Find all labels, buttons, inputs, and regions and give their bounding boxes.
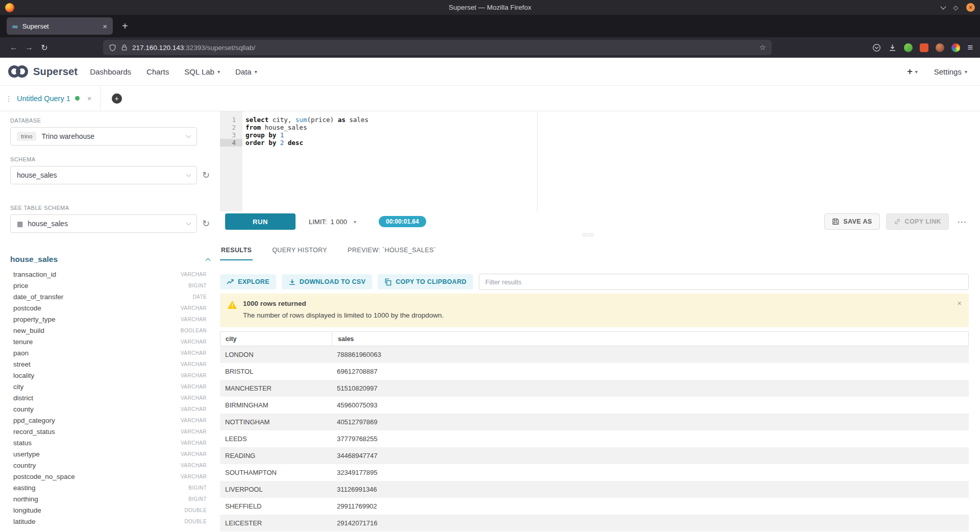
table-row[interactable]: READING34468947747 [220,447,969,464]
download-to-csv-button[interactable]: DOWNLOAD TO CSV [282,274,372,289]
sqllab-sidebar: DATABASE trino Trino warehouse SCHEMA ho… [0,111,220,532]
filter-results-input[interactable] [479,274,969,290]
column-row[interactable]: property_typeVARCHAR [13,313,207,325]
results-table-body: LONDON788861960063BRISTOL69612708887MANC… [220,346,969,531]
cell-sales: 788861960063 [331,351,969,358]
nav-item-data[interactable]: Data▾ [235,67,257,76]
url-bar[interactable]: 217.160.120.143:32393/superset/sqllab/ ☆ [103,40,772,55]
table-row[interactable]: NOTTINGHAM40512797869 [220,414,969,430]
column-row[interactable]: postcodeVARCHAR [13,302,207,313]
run-button[interactable]: RUN [225,213,296,230]
browser-tab[interactable]: ∞ Superset × [7,17,113,35]
window-close-icon[interactable]: × [966,3,975,12]
editor-code-area[interactable]: select city, sum(price) as salesfrom hou… [242,111,969,211]
table-row[interactable]: BRISTOL69612708887 [220,363,969,380]
collapse-chevron-icon[interactable] [206,258,211,263]
forward-button[interactable]: → [21,40,37,55]
downloads-icon[interactable] [888,43,897,52]
schema-select[interactable]: house_sales [10,166,197,184]
column-row[interactable]: paonVARCHAR [13,347,207,358]
more-options-button[interactable]: ⋯ [955,216,969,228]
explore-button[interactable]: EXPLORE [220,274,276,289]
window-maximize-icon[interactable]: ◇ [953,4,958,11]
tracking-protection-shield-icon[interactable] [109,44,116,52]
save-as-button[interactable]: SAVE AS [824,213,879,230]
column-row[interactable]: ppd_categoryVARCHAR [13,415,207,426]
table-select[interactable]: ▦ house_sales [10,214,197,233]
bookmark-star-icon[interactable]: ☆ [760,43,766,52]
column-row[interactable]: eastingBIGINT [13,482,207,493]
column-header-city[interactable]: city [220,332,332,346]
table-row[interactable]: MANCHESTER51510820997 [220,380,969,397]
alert-close-icon[interactable]: × [957,299,962,307]
copy-to-clipboard-button[interactable]: COPY TO CLIPBOARD [378,274,473,289]
table-row[interactable]: LIVERPOOL31126991346 [220,481,969,498]
window-minimize-icon[interactable] [940,4,946,9]
column-row[interactable]: transaction_idVARCHAR [13,269,207,280]
database-select[interactable]: trino Trino warehouse [10,127,197,146]
extension-icon[interactable] [904,43,913,52]
reload-button[interactable]: ↻ [37,40,52,55]
column-row[interactable]: tenureVARCHAR [13,336,207,347]
column-row[interactable]: streetVARCHAR [13,358,207,370]
column-row[interactable]: date_of_transferDATE [13,291,207,302]
column-name: northing [13,495,188,503]
nav-item-charts[interactable]: Charts [146,67,169,76]
status-dot-icon [75,96,80,101]
table-row[interactable]: LEICESTER29142071716 [220,515,969,531]
column-row[interactable]: districtVARCHAR [13,392,207,403]
refresh-table-icon[interactable]: ↻ [202,219,210,228]
column-row[interactable]: countyVARCHAR [13,403,207,415]
query-tab-close-icon[interactable]: × [87,94,92,103]
column-type: DOUBLE [184,519,207,524]
rows-returned-alert: 1000 rows returned The number of rows di… [220,294,969,327]
column-header-sales[interactable]: sales [332,332,968,346]
settings-menu[interactable]: Settings▾ [934,67,967,76]
column-row[interactable]: northingBIGINT [13,493,207,504]
tab-close-icon[interactable]: × [103,22,107,31]
lock-icon[interactable] [121,44,128,51]
column-row[interactable]: countryVARCHAR [13,460,207,471]
extension-icon[interactable] [936,43,944,52]
table-row[interactable]: SHEFFIELD29911769902 [220,498,969,515]
table-row[interactable]: SOUTHAMPTON32349177895 [220,464,969,481]
pocket-icon[interactable] [872,43,881,52]
results-tab-results[interactable]: RESULTS [220,243,253,260]
table-row[interactable]: LEEDS37779768255 [220,430,969,447]
table-row[interactable]: LONDON788861960063 [220,346,969,363]
column-name: paon [13,349,181,357]
new-tab-button[interactable]: + [122,20,128,32]
pane-resize-handle[interactable] [582,233,595,237]
table-schema-header[interactable]: house_sales [10,255,210,264]
column-row[interactable]: new_buildBOOLEAN [13,325,207,336]
sql-editor[interactable]: 1234 select city, sum(price) as salesfro… [220,111,969,211]
limit-dropdown[interactable]: LIMIT: 1 000 ▾ [309,218,356,226]
extension-icon[interactable] [951,43,960,52]
results-tab-preview[interactable]: PREVIEW: `HOUSE_SALES` [347,243,437,260]
column-row[interactable]: latitudeDOUBLE [13,516,207,527]
query-tab-active[interactable]: ⋮ Untitled Query 1 × [0,86,101,111]
add-query-tab-button[interactable]: + [112,93,122,104]
column-row[interactable]: statusVARCHAR [13,437,207,448]
column-row[interactable]: record_statusVARCHAR [13,426,207,437]
column-row[interactable]: longitudeDOUBLE [13,504,207,516]
table-row[interactable]: BIRMINGHAM45960075093 [220,397,969,414]
column-row[interactable]: localityVARCHAR [13,370,207,381]
column-row[interactable]: cityVARCHAR [13,381,207,392]
back-button[interactable]: ← [6,40,21,55]
extension-icon[interactable] [920,43,928,52]
superset-logo[interactable]: Superset [8,65,78,78]
nav-item-sql-lab[interactable]: SQL Lab▾ [184,67,220,76]
column-row[interactable]: usertypeVARCHAR [13,448,207,460]
column-name: district [13,394,181,402]
add-new-button[interactable]: +▾ [907,66,918,77]
column-row[interactable]: priceBIGINT [13,280,207,291]
copy-link-button[interactable]: COPY LINK [886,213,949,230]
refresh-schema-icon[interactable]: ↻ [202,171,210,180]
column-name: property_type [13,316,181,323]
menu-hamburger-icon[interactable]: ≡ [967,42,973,53]
results-table-header: citysales [220,331,969,346]
column-row[interactable]: postcode_no_spaceVARCHAR [13,471,207,482]
results-tab-query-history[interactable]: QUERY HISTORY [271,243,328,260]
nav-item-dashboards[interactable]: Dashboards [90,67,131,76]
